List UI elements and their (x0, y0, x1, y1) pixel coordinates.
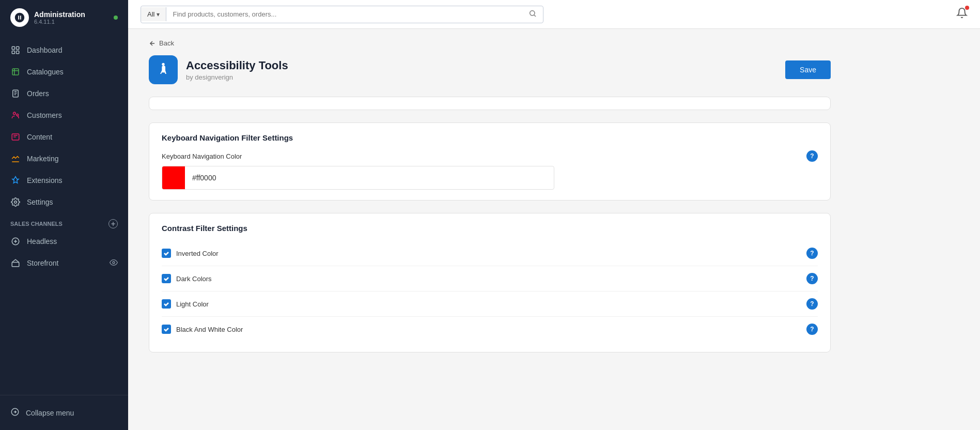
customers-icon (10, 110, 21, 120)
search-filter-label: All (147, 10, 154, 18)
orders-icon (10, 88, 21, 99)
topbar-right (956, 7, 968, 21)
notification-badge (965, 6, 969, 10)
page-header: Accessibility Tools by designverign Save (149, 55, 831, 84)
marketing-icon (10, 153, 21, 164)
black-white-color-label: Black And White Color (176, 326, 806, 333)
content-area: Back Accessibility Tools by designverign… (128, 29, 980, 430)
back-label: Back (159, 39, 174, 47)
sidebar-item-storefront[interactable]: Storefront (0, 252, 128, 274)
sidebar-header: Administration 6.4.11.1 (0, 0, 128, 35)
contrast-filter-title: Contrast Filter Settings (162, 224, 818, 233)
sidebar-nav: Dashboard Catalogues Orders Customers (0, 35, 128, 395)
light-color-label: Light Color (176, 300, 806, 308)
search-filter-dropdown[interactable]: All ▾ (141, 7, 166, 21)
inverted-color-label: Inverted Color (176, 250, 806, 257)
color-value-input[interactable] (185, 168, 554, 187)
black-white-color-checkbox[interactable] (162, 325, 171, 334)
inverted-color-help[interactable]: ? (806, 248, 818, 259)
save-button[interactable]: Save (785, 60, 831, 79)
orders-label: Orders (27, 89, 49, 98)
page-title-block: Accessibility Tools by designverign (186, 59, 785, 81)
svg-rect-4 (12, 69, 19, 75)
light-color-help[interactable]: ? (806, 298, 818, 310)
content-icon (10, 132, 21, 142)
sidebar-item-marketing[interactable]: Marketing (0, 148, 128, 170)
settings-icon (10, 197, 21, 207)
search-bar: All ▾ (141, 6, 543, 23)
svg-rect-0 (12, 47, 14, 49)
dark-colors-help[interactable]: ? (806, 273, 818, 284)
page-wrapper: Back Accessibility Tools by designverign… (128, 29, 851, 386)
sidebar-item-dashboard[interactable]: Dashboard (0, 39, 128, 61)
dashboard-icon (10, 45, 21, 55)
sidebar-item-extensions[interactable]: Extensions (0, 170, 128, 191)
sidebar-item-headless[interactable]: Headless (0, 231, 128, 252)
settings-label: Settings (27, 198, 53, 206)
collapse-menu-button[interactable]: Collapse menu (0, 402, 128, 424)
svg-point-15 (162, 63, 164, 66)
svg-point-7 (17, 114, 19, 116)
headless-icon (10, 236, 21, 247)
topbar: All ▾ (128, 0, 980, 29)
sidebar-title-block: Administration 6.4.11.1 (34, 10, 85, 25)
eye-icon[interactable] (110, 258, 118, 268)
keyboard-color-field-header: Keyboard Navigation Color ? (162, 150, 818, 162)
catalogues-icon (10, 67, 21, 77)
checkbox-row-inverted-color: Inverted Color ? (162, 241, 818, 266)
catalogues-label: Catalogues (27, 68, 64, 76)
online-indicator (114, 16, 118, 20)
content-label: Content (27, 133, 52, 141)
dark-colors-checkbox[interactable] (162, 274, 171, 283)
sidebar-item-orders[interactable]: Orders (0, 83, 128, 104)
customers-label: Customers (27, 111, 62, 119)
sidebar-item-settings[interactable]: Settings (0, 191, 128, 213)
svg-rect-11 (12, 263, 19, 267)
marketing-label: Marketing (27, 155, 58, 163)
svg-point-14 (530, 10, 535, 15)
search-input[interactable] (166, 7, 522, 21)
checkbox-row-dark-colors: Dark Colors ? (162, 266, 818, 291)
sidebar: Administration 6.4.11.1 Dashboard Catalo… (0, 0, 128, 430)
main-area: All ▾ Back (128, 0, 980, 430)
collapse-menu-label: Collapse menu (26, 409, 74, 417)
keyboard-nav-section: Keyboard Navigation Filter Settings Keyb… (149, 123, 830, 200)
svg-point-6 (13, 112, 16, 115)
light-color-checkbox[interactable] (162, 299, 171, 309)
back-link[interactable]: Back (149, 39, 831, 47)
headless-label: Headless (27, 237, 57, 245)
keyboard-color-help[interactable]: ? (806, 150, 818, 162)
sales-channels-section: Sales Channels + (0, 213, 128, 231)
app-version: 6.4.11.1 (34, 19, 85, 25)
notifications-button[interactable] (956, 7, 968, 21)
keyboard-color-label: Keyboard Navigation Color (162, 152, 806, 160)
keyboard-nav-card: Keyboard Navigation Filter Settings Keyb… (149, 122, 831, 201)
svg-rect-3 (17, 51, 19, 54)
color-input-row (162, 166, 554, 190)
inverted-color-checkbox[interactable] (162, 249, 171, 258)
color-swatch[interactable] (162, 166, 185, 189)
keyboard-nav-title: Keyboard Navigation Filter Settings (162, 133, 818, 142)
add-sales-channel-button[interactable]: + (108, 219, 118, 228)
checkbox-row-black-white-color: Black And White Color ? (162, 317, 818, 342)
extensions-icon (10, 175, 21, 186)
black-white-color-help[interactable]: ? (806, 324, 818, 335)
storefront-label: Storefront (27, 259, 58, 267)
sidebar-bottom: Collapse menu (0, 395, 128, 430)
app-name: Administration (34, 10, 85, 19)
search-button[interactable] (522, 6, 543, 23)
svg-rect-2 (12, 51, 14, 54)
sidebar-item-catalogues[interactable]: Catalogues (0, 61, 128, 83)
page-subtitle: by designverign (186, 73, 785, 81)
sidebar-item-content[interactable]: Content (0, 126, 128, 148)
checkbox-row-light-color: Light Color ? (162, 291, 818, 317)
page-title: Accessibility Tools (186, 59, 785, 72)
storefront-icon (10, 258, 21, 268)
sidebar-item-customers[interactable]: Customers (0, 104, 128, 126)
app-logo (10, 8, 29, 27)
collapse-icon (10, 407, 20, 418)
extensions-label: Extensions (27, 176, 62, 185)
app-icon (149, 55, 178, 84)
dark-colors-label: Dark Colors (176, 275, 806, 283)
chevron-down-icon: ▾ (157, 11, 160, 18)
